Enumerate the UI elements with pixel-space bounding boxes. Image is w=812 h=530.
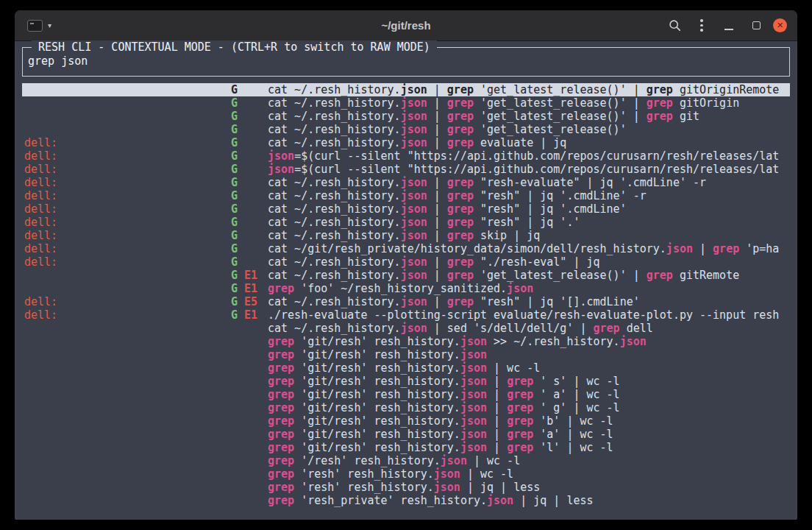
minimize-button[interactable] bbox=[719, 15, 739, 36]
history-row[interactable]: …story_data/simon/dell_erasmus grep 'git… bbox=[22, 428, 790, 441]
history-row[interactable]: dell: ~/git/resh G cat ~/.resh_history.j… bbox=[22, 136, 790, 149]
close-button[interactable]: ✕ bbox=[773, 18, 787, 32]
history-row[interactable]: …story_data/simon/dell_erasmus grep 'res… bbox=[22, 467, 790, 481]
row-flags: G bbox=[231, 163, 268, 176]
history-row[interactable]: ~ cat ~/.resh_history.json | sed 's/dell… bbox=[22, 322, 790, 335]
history-row[interactable]: ~/git/resh G cat ~/.resh_history.json | … bbox=[22, 110, 790, 123]
history-row[interactable]: dell: ~/git/resh G cat ~/.resh_history.j… bbox=[22, 216, 790, 229]
row-flag: G bbox=[231, 96, 238, 110]
row-command: cat ~/.resh_history.json | grep 'get_lat… bbox=[268, 83, 790, 96]
row-flags: G bbox=[231, 83, 268, 96]
row-command: grep 'resh' resh_history.json | wc -l bbox=[268, 467, 790, 481]
row-flags bbox=[231, 454, 268, 467]
history-row[interactable]: ~/git/resh G cat ~/.resh_history.json | … bbox=[22, 96, 790, 110]
row-command: cat ~/.resh_history.json | grep skip | j… bbox=[268, 229, 790, 242]
history-row[interactable]: dell: ~/git/resh GE5 cat ~/.resh_history… bbox=[22, 295, 790, 308]
row-command: cat ~/.resh_history.json | sed 's/dell/d… bbox=[268, 322, 790, 335]
row-command: cat ~/git/resh_private/history_data/simo… bbox=[268, 242, 790, 255]
history-row[interactable]: dell: ~/git/resh G cat ~/.resh_history.j… bbox=[22, 176, 790, 189]
row-command: json=$(curl --silent "https://api.github… bbox=[268, 149, 790, 163]
history-row[interactable]: …story_data/simon/dell_erasmus grep 'git… bbox=[22, 375, 790, 388]
row-flags: GE5 bbox=[231, 295, 268, 308]
history-row[interactable]: …story_data/simon/dell_erasmus grep 'git… bbox=[22, 335, 790, 348]
row-flags bbox=[231, 388, 268, 401]
history-row[interactable]: …story_data/simon/dell_erasmus grep 'res… bbox=[22, 481, 790, 494]
row-flags: G bbox=[231, 255, 268, 269]
history-row[interactable]: dell: ~/git/resh G cat ~/.resh_history.j… bbox=[22, 189, 790, 202]
row-flags: G bbox=[231, 149, 268, 163]
row-command: cat ~/.resh_history.json | grep 'get_lat… bbox=[268, 110, 790, 123]
row-flag: G bbox=[231, 295, 238, 308]
chevron-down-icon: ▾ bbox=[48, 22, 51, 29]
row-flag: G bbox=[231, 202, 238, 216]
row-host: dell: bbox=[24, 216, 57, 229]
row-location: ~/git/resh bbox=[24, 269, 224, 282]
history-list: ~/git/resh G cat ~/.resh_history.json | … bbox=[22, 83, 790, 507]
row-location: dell: ~/git/resh bbox=[24, 176, 224, 189]
row-flag: E1 bbox=[244, 308, 257, 322]
row-flags: G bbox=[231, 202, 268, 216]
row-flag: G bbox=[231, 229, 238, 242]
search-button[interactable] bbox=[664, 15, 685, 36]
history-row[interactable]: dell: ~/git/resh G json=$(curl --silent … bbox=[22, 163, 790, 176]
row-flag: E5 bbox=[244, 295, 257, 308]
row-flag: G bbox=[231, 136, 238, 149]
history-row[interactable]: dell: ~/git/resh G cat ~/.resh_history.j… bbox=[22, 229, 790, 242]
history-row[interactable]: …story_data/simon/dell_erasmus grep 'git… bbox=[22, 348, 790, 361]
row-flags bbox=[231, 481, 268, 494]
history-row[interactable]: dell: ~/git/resh GE1 ./resh-evaluate --p… bbox=[22, 308, 790, 322]
row-flag: E1 bbox=[244, 282, 257, 295]
terminal-profile-button[interactable]: ▾ bbox=[25, 18, 54, 34]
terminal-window: ▾ ~/git/resh ✕ RESH CLI - bbox=[15, 10, 797, 520]
row-host: dell: bbox=[24, 176, 57, 189]
history-row[interactable]: dell: ~/git/resh G cat ~/.resh_history.j… bbox=[22, 255, 790, 269]
terminal-body: RESH CLI - CONTEXTUAL MODE - (CTRL+R to … bbox=[15, 47, 797, 507]
row-command: cat ~/.resh_history.json | grep "resh" |… bbox=[268, 295, 790, 308]
restore-button[interactable] bbox=[746, 15, 766, 36]
row-command: grep 'git/resh' resh_history.json >> ~/.… bbox=[268, 335, 790, 348]
history-row[interactable]: …story_data/simon/dell_erasmus grep 'res… bbox=[22, 494, 790, 507]
history-row[interactable]: dell: ~/git/resh G cat ~/git/resh_privat… bbox=[22, 242, 790, 255]
row-command: grep 'git/resh' resh_history.json | grep… bbox=[268, 414, 790, 428]
row-command: cat ~/.resh_history.json | grep "resh" |… bbox=[268, 189, 790, 202]
row-command: cat ~/.resh_history.json | grep 'get_lat… bbox=[268, 123, 790, 136]
row-flags: GE1 bbox=[231, 308, 268, 322]
history-row[interactable]: …story_data/simon/dell_erasmus grep 'git… bbox=[22, 414, 790, 428]
row-command: grep 'git/resh' resh_history.json bbox=[268, 348, 790, 361]
history-row[interactable]: ~/git/resh G cat ~/.resh_history.json | … bbox=[22, 123, 790, 136]
row-command: cat ~/.resh_history.json | grep "resh" |… bbox=[268, 216, 790, 229]
row-location: …story_data/simon/dell_erasmus bbox=[24, 454, 224, 467]
row-flags bbox=[231, 375, 268, 388]
menu-button[interactable] bbox=[691, 15, 712, 36]
row-flag: G bbox=[231, 163, 238, 176]
history-row[interactable]: …story_data/simon/dell_erasmus grep 'git… bbox=[22, 401, 790, 414]
history-row[interactable]: ~/git/resh GE1 cat ~/.resh_history.json … bbox=[22, 269, 790, 282]
row-command: cat ~/.resh_history.json | grep "resh-ev… bbox=[268, 176, 790, 189]
history-row[interactable]: …story_data/simon/dell_erasmus grep 'git… bbox=[22, 361, 790, 375]
row-command: grep 'resh' resh_history.json | jq | les… bbox=[268, 481, 790, 494]
history-row[interactable]: dell: ~/git/resh G json=$(curl --silent … bbox=[22, 149, 790, 163]
row-flags bbox=[231, 441, 268, 454]
row-command: grep 'git/resh' resh_history.json | grep… bbox=[268, 401, 790, 414]
history-row[interactable]: ~/git/resh GE1 grep 'foo' ~/resh_history… bbox=[22, 282, 790, 295]
history-row[interactable]: …story_data/simon/dell_erasmus grep 'git… bbox=[22, 388, 790, 401]
row-host: dell: bbox=[24, 255, 57, 269]
row-flags: G bbox=[231, 96, 268, 110]
row-command: grep '/resh' resh_history.json | wc -l bbox=[268, 454, 790, 467]
row-location: dell: ~/git/resh bbox=[24, 255, 224, 269]
row-location: dell: ~/git/resh bbox=[24, 149, 224, 163]
history-row[interactable]: …story_data/simon/dell_erasmus grep 'git… bbox=[22, 441, 790, 454]
terminal-app-icon bbox=[27, 20, 43, 32]
row-location: …story_data/simon/dell_erasmus bbox=[24, 401, 224, 414]
row-location: …story_data/simon/dell_erasmus bbox=[24, 361, 224, 375]
search-icon bbox=[669, 19, 681, 32]
row-host: dell: bbox=[24, 189, 57, 202]
row-flags bbox=[231, 494, 268, 507]
row-command: grep 'resh_private' resh_history.json | … bbox=[268, 494, 790, 507]
row-location: dell: ~/git/resh bbox=[24, 163, 224, 176]
row-flags bbox=[231, 322, 268, 335]
history-row[interactable]: dell: ~/git/resh G cat ~/.resh_history.j… bbox=[22, 202, 790, 216]
history-row[interactable]: …story_data/simon/dell_erasmus grep '/re… bbox=[22, 454, 790, 467]
history-row[interactable]: ~/git/resh G cat ~/.resh_history.json | … bbox=[22, 83, 790, 96]
row-command: grep 'git/resh' resh_history.json | grep… bbox=[268, 388, 790, 401]
